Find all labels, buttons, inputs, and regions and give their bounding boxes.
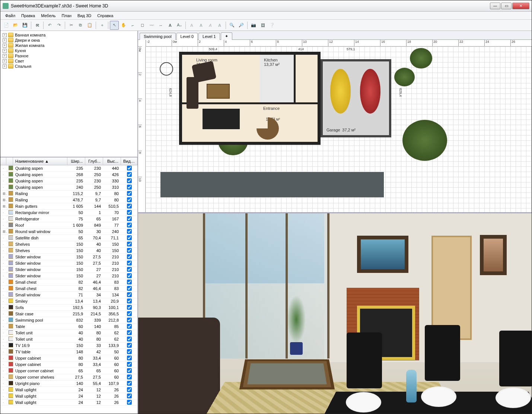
table-row[interactable]: ·Toilet unit408062 [0, 336, 137, 343]
expand-icon[interactable]: + [3, 38, 7, 42]
menu-furniture[interactable]: Мебель [38, 13, 58, 19]
room-tool-icon[interactable]: ◻ [138, 21, 147, 30]
menu-file[interactable]: Файл [3, 13, 18, 19]
visible-checkbox[interactable] [127, 172, 132, 177]
table-row[interactable]: ·Slider window15027210 [0, 273, 137, 279]
garage[interactable]: Garage 37,2 м² [321, 59, 391, 137]
text-large-icon[interactable]: A [197, 21, 206, 30]
visible-checkbox[interactable] [127, 204, 132, 208]
tree-item[interactable]: +Жилая комната [2, 43, 136, 48]
visible-checkbox[interactable] [127, 337, 132, 341]
expand-icon[interactable]: + [3, 49, 7, 53]
polyline-tool-icon[interactable]: 〰 [147, 21, 156, 30]
visible-checkbox[interactable] [127, 400, 132, 405]
visible-checkbox[interactable] [127, 286, 132, 291]
menu-edit[interactable]: Правка [19, 13, 38, 19]
visible-checkbox[interactable] [127, 394, 132, 398]
visible-checkbox[interactable] [127, 381, 132, 386]
visible-checkbox[interactable] [127, 223, 132, 227]
table-row[interactable]: ·Toilet unit408062 [0, 330, 137, 336]
new-icon[interactable]: 📄 [2, 21, 11, 30]
compass-icon[interactable] [160, 62, 173, 76]
text-plus-icon[interactable]: A₊ [175, 21, 184, 30]
visible-checkbox[interactable] [127, 242, 132, 246]
zoom-out-icon[interactable]: 🔎 [237, 21, 246, 30]
table-row[interactable]: ·Upright piano14055,4107,9 [0, 380, 137, 387]
view-3d[interactable] [138, 213, 532, 414]
table-row[interactable]: ·Rectangular mirror50170 [0, 210, 137, 216]
open-icon[interactable]: 📂 [11, 21, 20, 30]
table-row[interactable]: ·Upper cabinet8033,460 [0, 362, 137, 368]
table-row[interactable]: ·Wall uplight241226 [0, 387, 137, 393]
visible-checkbox[interactable] [127, 273, 132, 278]
select-tool-icon[interactable]: ↖ [110, 21, 119, 30]
paste-icon[interactable]: 📋 [85, 21, 94, 30]
table-row[interactable]: ·Slider window15027,5210 [0, 254, 137, 260]
visible-checkbox[interactable] [127, 356, 132, 360]
help-icon[interactable]: ❔ [268, 21, 277, 30]
menu-plan[interactable]: План [59, 13, 74, 19]
undo-icon[interactable]: ↶ [45, 21, 54, 30]
table-row[interactable]: ·Upper corner cabinet656560 [0, 368, 137, 374]
table-row[interactable]: ·Table6014085 [0, 324, 137, 330]
table-row[interactable]: ·Quaking aspen235230330 [0, 178, 137, 184]
tree-item[interactable]: +Ванная комната [2, 32, 136, 38]
snapshot-icon[interactable]: 📷 [249, 21, 258, 30]
visible-checkbox[interactable] [127, 185, 132, 190]
visible-checkbox[interactable] [127, 305, 132, 310]
table-row[interactable]: ·Small window7134134 [0, 292, 137, 298]
pan-tool-icon[interactable]: ✋ [119, 21, 128, 30]
table-row[interactable]: ⊞Rain gutters1 605144510,5 [0, 203, 137, 210]
tree-item[interactable]: +Двери и окна [2, 38, 136, 43]
visible-checkbox[interactable] [127, 368, 132, 373]
visible-checkbox[interactable] [127, 330, 132, 335]
menu-help[interactable]: Справка [95, 13, 116, 19]
table-row[interactable]: ·Shelves15040150 [0, 241, 137, 248]
table-row[interactable]: ·Swimming pool832339212,8 [0, 317, 137, 324]
visible-checkbox[interactable] [127, 261, 132, 265]
text-small-icon[interactable]: A [187, 21, 196, 30]
table-row[interactable]: ·Quaking aspen235230440 [0, 165, 137, 172]
visible-checkbox[interactable] [127, 324, 132, 329]
visible-checkbox[interactable] [127, 235, 132, 240]
text-italic-icon[interactable]: A [206, 21, 215, 30]
expand-icon[interactable]: + [3, 33, 7, 37]
video-icon[interactable]: 🖼 [258, 21, 267, 30]
minimize-button[interactable]: — [490, 3, 500, 9]
table-row[interactable]: ·Wall uplight241226 [0, 393, 137, 399]
table-row[interactable]: ⊞Round wall window5030240 [0, 229, 137, 235]
close-button[interactable]: ✕ [512, 3, 529, 9]
visible-checkbox[interactable] [127, 343, 132, 348]
visible-checkbox[interactable] [127, 280, 132, 284]
table-row[interactable]: ·Small chest8246,483 [0, 279, 137, 286]
expand-icon[interactable]: + [3, 59, 7, 63]
table-row[interactable]: ·TV table1484250 [0, 349, 137, 355]
preferences-icon[interactable]: 🛠 [33, 21, 42, 30]
catalog-tree[interactable]: +Ванная комната+Двери и окна+Жилая комна… [0, 31, 137, 157]
table-row[interactable]: ·Smiley13,413,420,9 [0, 298, 137, 305]
visible-checkbox[interactable] [127, 197, 132, 202]
table-row[interactable]: ·Shelves15040150 [0, 248, 137, 254]
floorplan[interactable]: Living room31,47 м² Kitchen13,37 м² Entr… [160, 51, 384, 174]
zoom-in-icon[interactable]: 🔍 [227, 21, 236, 30]
visible-checkbox[interactable] [127, 362, 132, 367]
table-row[interactable]: ⊞Railing478,79,780 [0, 197, 137, 203]
expand-icon[interactable]: + [3, 44, 7, 48]
table-row[interactable]: ·Satellite dish6570,471,1 [0, 235, 137, 241]
visible-checkbox[interactable] [127, 375, 132, 379]
visible-checkbox[interactable] [127, 299, 132, 303]
visible-checkbox[interactable] [127, 216, 132, 221]
tree-item[interactable]: +Свет [2, 58, 136, 64]
table-row[interactable]: ·Refridgerator7565167 [0, 216, 137, 222]
cut-icon[interactable]: ✂ [67, 21, 76, 30]
visible-checkbox[interactable] [127, 292, 132, 297]
visible-checkbox[interactable] [127, 178, 132, 183]
visible-checkbox[interactable] [127, 318, 132, 322]
redo-icon[interactable]: ↷ [54, 21, 63, 30]
table-row[interactable]: ·Quaking aspen240250310 [0, 184, 137, 191]
table-row[interactable]: ·Upper corner shelves27,527,560 [0, 374, 137, 380]
tree-item[interactable]: +Спальня [2, 64, 136, 69]
visible-checkbox[interactable] [127, 229, 132, 234]
dimension-tool-icon[interactable]: ↔ [156, 21, 165, 30]
table-row[interactable]: ·Small chest8246,483 [0, 286, 137, 292]
